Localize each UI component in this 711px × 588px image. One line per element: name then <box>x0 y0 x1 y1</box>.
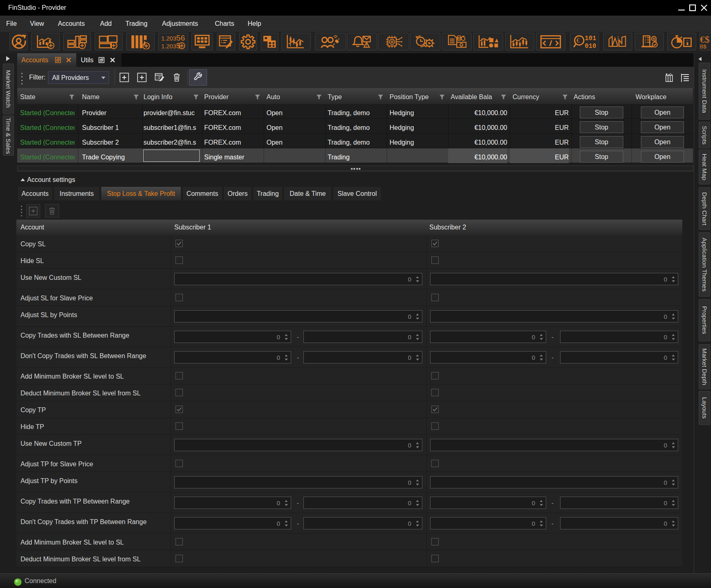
svg-text:€: € <box>576 37 579 44</box>
svg-text:010: 010 <box>585 42 596 49</box>
svg-text:1.2035: 1.2035 <box>161 41 180 49</box>
svg-text:101: 101 <box>585 35 596 42</box>
svg-text:1.20356: 1.20356 <box>161 34 185 42</box>
svg-text:B$: B$ <box>700 43 706 49</box>
